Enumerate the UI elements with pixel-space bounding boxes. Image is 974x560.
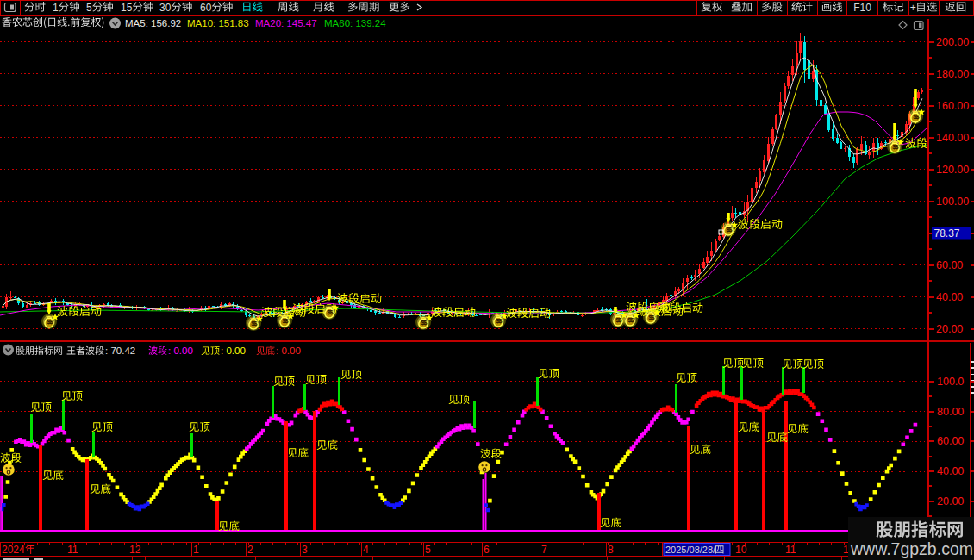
svg-text:11: 11 [785, 544, 796, 556]
svg-text:2025/08/28/: 2025/08/28/ [665, 544, 716, 555]
svg-text:120.00: 120.00 [936, 164, 969, 176]
svg-text:80.00: 80.00 [937, 406, 964, 418]
svg-text:8: 8 [608, 544, 614, 556]
svg-text:: 0.00: : 0.00 [221, 345, 246, 356]
svg-text:+: + [910, 2, 916, 14]
svg-text:: 0.00: : 0.00 [168, 345, 193, 356]
svg-text:11: 11 [67, 544, 78, 556]
svg-text:160.00: 160.00 [936, 100, 969, 112]
svg-text:20.00: 20.00 [937, 495, 964, 507]
svg-text:5: 5 [86, 2, 92, 14]
svg-text:100.0: 100.0 [937, 376, 964, 388]
svg-text:1: 1 [193, 544, 199, 556]
svg-text:60.00: 60.00 [936, 259, 963, 271]
svg-text:MA60: 139.24: MA60: 139.24 [324, 18, 386, 28]
svg-text:40.00: 40.00 [937, 465, 964, 477]
svg-text:2024: 2024 [2, 544, 25, 556]
svg-text:0: 0 [165, 2, 172, 14]
svg-text:3: 3 [302, 544, 308, 556]
svg-text:140.00: 140.00 [936, 132, 969, 144]
svg-text:2: 2 [247, 544, 253, 556]
svg-text:www.7gpzb.com: www.7gpzb.com [850, 539, 973, 558]
svg-text:F10: F10 [853, 2, 871, 14]
svg-text:MA20: 145.47: MA20: 145.47 [255, 18, 317, 28]
svg-text:6: 6 [484, 544, 490, 556]
svg-text:7: 7 [541, 544, 547, 556]
svg-text:78.37: 78.37 [934, 227, 960, 240]
svg-text:60.00: 60.00 [937, 435, 964, 447]
svg-text:12: 12 [129, 544, 141, 556]
svg-text:5: 5 [127, 2, 133, 14]
svg-text:10: 10 [735, 544, 747, 556]
svg-text:MA5: 156.92: MA5: 156.92 [125, 18, 181, 28]
svg-text:4: 4 [363, 544, 369, 556]
svg-text:200.00: 200.00 [936, 36, 969, 48]
svg-text:: 70.42: : 70.42 [105, 345, 135, 356]
svg-text:1: 1 [53, 2, 59, 14]
svg-text:20.00: 20.00 [936, 323, 963, 335]
svg-text:MA10: 151.83: MA10: 151.83 [187, 18, 249, 28]
svg-text:5: 5 [425, 544, 431, 556]
svg-text:40.00: 40.00 [936, 291, 963, 303]
svg-text:0: 0 [206, 2, 212, 14]
svg-text:180.00: 180.00 [936, 68, 969, 80]
svg-text:100.00: 100.00 [936, 196, 969, 208]
svg-text:: 0.00: : 0.00 [276, 345, 301, 356]
